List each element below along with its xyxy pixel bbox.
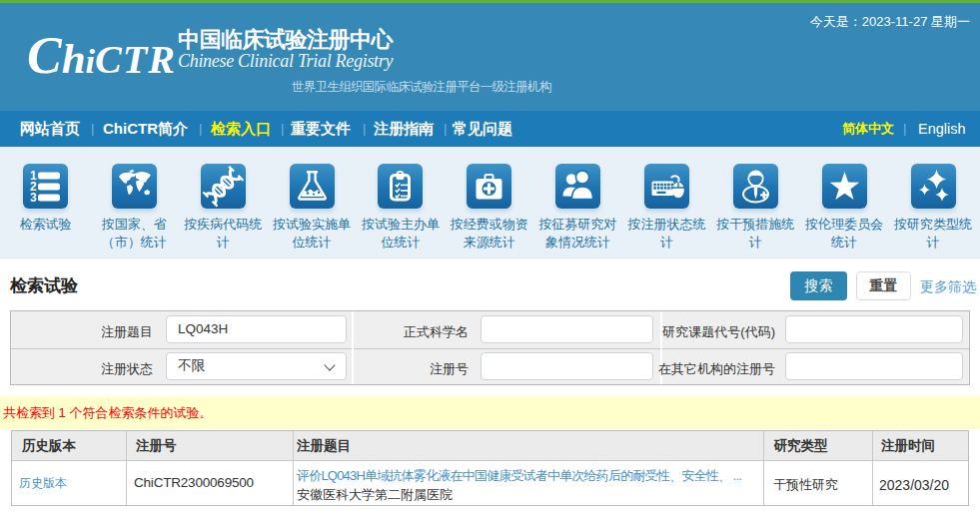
svg-text:3: 3: [30, 191, 37, 205]
